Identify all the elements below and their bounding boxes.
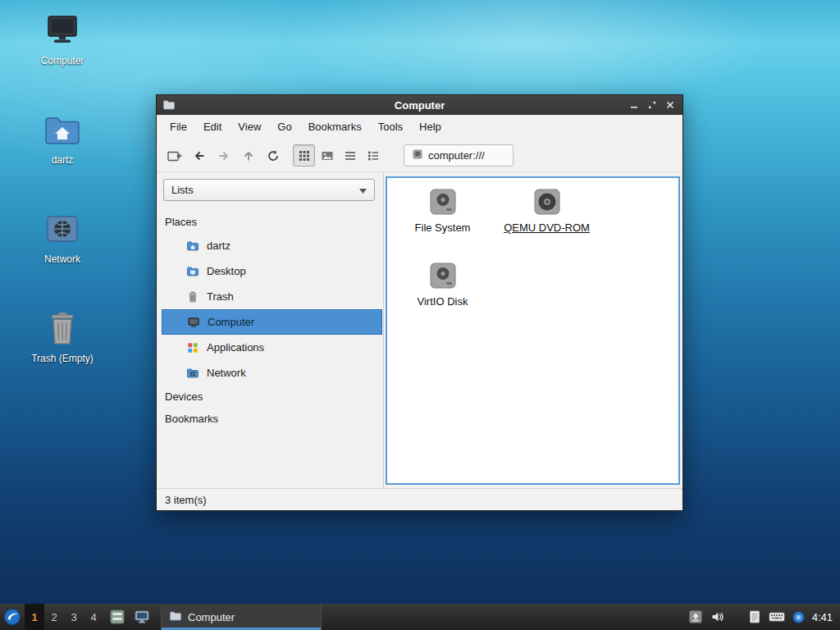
show-desktop-launcher[interactable] <box>131 604 153 630</box>
path-bar[interactable]: computer:/// <box>404 144 514 167</box>
sidebar-mode-value: Lists <box>171 184 194 196</box>
status-text: 3 item(s) <box>165 494 207 506</box>
file-view-wrap: File SystemQEMU DVD-ROMVirtIO Disk <box>384 172 682 488</box>
file-item-label: File System <box>415 221 471 234</box>
statusbar: 3 item(s) <box>157 488 682 510</box>
sidebar-item-desktop[interactable]: Desktop <box>162 258 382 284</box>
desktop-icon-label: Computer <box>41 55 84 66</box>
task-label: Computer <box>188 611 235 623</box>
workspace-4[interactable]: 4 <box>84 604 103 630</box>
file-item[interactable]: QEMU DVD-ROM <box>495 186 599 234</box>
network-icon <box>43 210 82 249</box>
menu-help[interactable]: Help <box>411 115 450 139</box>
desktop-icon-computer[interactable]: Computer <box>41 11 84 66</box>
window-title: Computer <box>157 99 682 112</box>
removable-media-icon[interactable] <box>688 609 703 624</box>
files-grid: File SystemQEMU DVD-ROMVirtIO Disk <box>387 178 678 342</box>
workspace-pager: 1234 <box>25 604 103 630</box>
app-menu-button[interactable] <box>0 604 25 630</box>
forward-button[interactable] <box>212 144 235 167</box>
back-button[interactable] <box>188 144 211 167</box>
desktop-folder-icon <box>186 265 199 278</box>
optical-icon <box>532 186 563 217</box>
sidebar-item-label: Network <box>207 367 246 379</box>
sidebar-item-dartz[interactable]: dartz <box>162 233 382 258</box>
system-tray: 4:41 <box>688 604 840 630</box>
input-method-icon[interactable] <box>792 611 805 623</box>
file-view[interactable]: File SystemQEMU DVD-ROMVirtIO Disk <box>386 176 680 485</box>
places-list: dartzDesktopTrashComputerApplicationsNet… <box>157 233 383 386</box>
drive-icon <box>427 260 459 291</box>
menu-bookmarks[interactable]: Bookmarks <box>300 115 370 139</box>
workspace-2[interactable]: 2 <box>44 604 64 630</box>
drive-icon <box>427 186 459 217</box>
menu-edit[interactable]: Edit <box>195 115 230 139</box>
menu-go[interactable]: Go <box>269 115 299 139</box>
file-item[interactable]: File System <box>390 186 495 234</box>
home-folder-icon <box>186 240 199 253</box>
desktop-icon-label: Trash (Empty) <box>31 353 94 364</box>
bookmarks-header[interactable]: Bookmarks <box>157 408 383 430</box>
restore-button[interactable] <box>645 98 660 112</box>
devices-header[interactable]: Devices <box>157 386 383 408</box>
desktop-icon-label: Network <box>44 253 80 265</box>
path-value: computer:/// <box>428 149 485 162</box>
window-folder-icon <box>162 98 176 112</box>
home-icon <box>43 111 82 150</box>
menubar: FileEditViewGoBookmarksToolsHelp <box>157 115 682 139</box>
sidebar-item-label: Trash <box>207 290 234 303</box>
folder-icon <box>169 609 182 625</box>
sidebar-item-label: Applications <box>207 341 264 354</box>
sidebar-item-network[interactable]: Network <box>162 360 382 386</box>
workspace-1[interactable]: 1 <box>25 604 44 630</box>
menu-view[interactable]: View <box>230 115 269 139</box>
view-thumbnails-button[interactable] <box>316 144 338 167</box>
file-item-label: QEMU DVD-ROM <box>504 221 590 234</box>
sidebar-item-computer[interactable]: Computer <box>162 309 382 335</box>
sidebar-item-label: Computer <box>208 316 254 328</box>
toolbar: computer:/// <box>157 139 682 172</box>
places-header: Places <box>157 211 383 233</box>
file-manager-launcher[interactable] <box>107 604 128 630</box>
titlebar[interactable]: Computer <box>157 95 682 115</box>
workspace-3[interactable]: 3 <box>64 604 84 630</box>
computer-icon <box>187 316 200 329</box>
file-item-label: VirtIO Disk <box>418 295 468 308</box>
drive-icon <box>412 148 423 162</box>
menu-tools[interactable]: Tools <box>370 115 411 139</box>
sidebar-item-applications[interactable]: Applications <box>162 335 382 360</box>
view-detailed-button[interactable] <box>362 144 384 167</box>
desktop-icons: ComputerdartzNetworkTrash (Empty) <box>25 11 100 364</box>
keyboard-icon[interactable] <box>769 611 785 623</box>
clock: 4:41 <box>812 611 833 623</box>
new-tab-button[interactable] <box>163 144 186 167</box>
up-button[interactable] <box>237 144 260 167</box>
sidebar-item-label: dartz <box>207 240 231 252</box>
minimize-button[interactable] <box>627 98 641 112</box>
refresh-button[interactable] <box>262 144 285 167</box>
desktop-icon-trash[interactable]: Trash (Empty) <box>31 309 94 364</box>
taskbar: 1234 Computer 4:41 <box>0 604 840 630</box>
network-folder-icon <box>186 367 199 380</box>
applications-icon <box>186 341 199 354</box>
view-compact-button[interactable] <box>339 144 361 167</box>
sidebar: Lists Places dartzDesktopTrashComputerAp… <box>157 172 384 488</box>
desktop-icon-home[interactable]: dartz <box>43 111 82 166</box>
file-manager-window: Computer FileEditViewGoBookmarksToolsHel… <box>156 94 683 511</box>
sidebar-item-label: Desktop <box>207 265 246 277</box>
sidebar-mode-dropdown[interactable]: Lists <box>163 179 375 201</box>
close-button[interactable] <box>663 98 678 112</box>
trash-icon <box>186 290 199 304</box>
desktop-icon-network[interactable]: Network <box>43 210 82 265</box>
volume-icon[interactable] <box>710 609 725 624</box>
trash-icon <box>43 309 82 349</box>
file-item[interactable]: VirtIO Disk <box>390 260 495 308</box>
desktop-icon-label: dartz <box>52 154 74 166</box>
clipboard-icon[interactable] <box>748 609 761 624</box>
taskbar-task-computer[interactable]: Computer <box>161 604 322 630</box>
sidebar-item-trash[interactable]: Trash <box>162 284 382 309</box>
view-mode-group <box>293 144 384 167</box>
chevron-down-icon <box>359 184 367 196</box>
menu-file[interactable]: File <box>162 115 195 139</box>
view-icons-button[interactable] <box>293 144 315 167</box>
